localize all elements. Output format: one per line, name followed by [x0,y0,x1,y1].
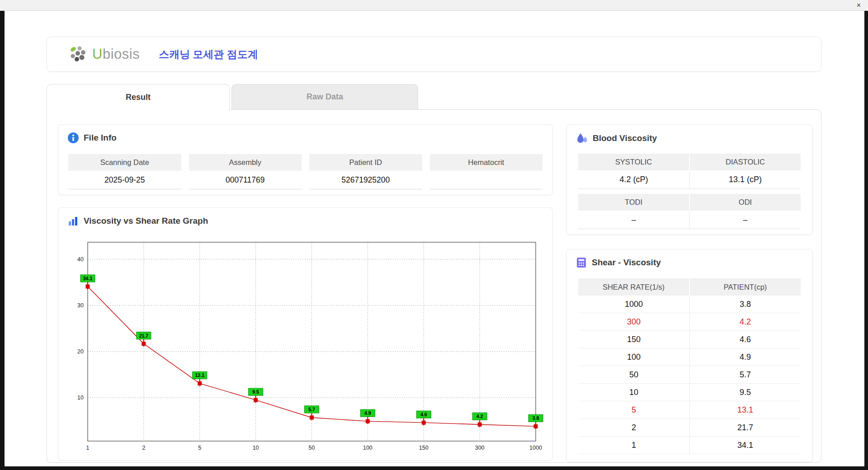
file-info-card: File Info Scanning Date 2025-09-25 Assem… [58,124,553,195]
patient-viscosity-value: 21.7 [689,419,801,436]
content-panel: File Info Scanning Date 2025-09-25 Assem… [47,109,821,463]
shear-rate-value: 2 [578,419,689,436]
data-label: 3.8 [533,415,539,421]
file-info-title-text: File Info [84,133,117,143]
data-label: 9.5 [252,389,259,395]
droplet-icon [576,132,588,145]
file-info-title: File Info [58,125,552,144]
graph-card: Viscosity vs Shear Rate Graph 1020304012… [58,207,553,461]
field-label: Assembly [189,154,302,171]
field-label: Scanning Date [68,154,181,171]
bv-header-row: TODI ODI [578,194,801,211]
data-marker [534,424,538,428]
data-marker [86,285,90,289]
bv-header-diastolic: DIASTOLIC [690,154,801,170]
y-tick-label: 40 [77,256,84,263]
bv-systolic-value: 4.2 (cP) [578,170,689,189]
shear-table-row: 1504.6 [578,331,801,348]
bv-header-row: SYSTOLIC DIASTOLIC [578,154,801,170]
shear-table-row: 221.7 [578,419,801,437]
shear-table-row: 134.1 [578,437,801,454]
bv-odi-value: – [689,211,801,229]
shear-rate-header: SHEAR RATE(1/s) [578,278,689,296]
data-label: 5.7 [308,407,315,412]
x-tick-label: 10 [253,445,259,451]
shear-table-row: 1004.9 [578,348,801,366]
x-tick-label: 5 [198,445,201,451]
tab-raw-data-label: Raw Data [307,92,343,102]
shear-viscosity-title-text: Shear - Viscosity [592,258,661,268]
ubiosis-logo-icon [68,44,89,65]
app-title: 스캐닝 모세관 점도계 [159,47,258,61]
data-label: 4.2 [476,414,483,419]
field-hematocrit: Hematocrit [430,154,543,189]
x-tick-label: 300 [475,445,485,451]
shear-rate-value: 150 [578,331,689,348]
shear-table-row: 10003.8 [578,296,801,313]
shear-viscosity-card: Shear - Viscosity SHEAR RATE(1/s) PATIEN… [566,249,813,462]
data-marker [422,421,426,425]
x-tick-label: 100 [363,445,373,451]
shear-rate-value: 300 [578,313,689,330]
data-label: 21.7 [139,333,149,338]
blood-viscosity-title-text: Blood Viscosity [593,133,657,143]
patient-viscosity-value: 4.2 [689,313,801,330]
field-scanning-date: Scanning Date 2025-09-25 [68,154,181,189]
shear-rate-value: 1 [578,437,689,454]
field-value: 000711769 [189,171,302,189]
shear-rate-value: 5 [578,401,689,418]
file-info-fields: Scanning Date 2025-09-25 Assembly 000711… [68,154,542,189]
close-button[interactable]: × [855,0,863,10]
shear-rate-value: 10 [578,384,689,401]
shear-rate-value: 100 [578,348,689,366]
data-marker [478,423,482,427]
bv-header-todi: TODI [578,194,689,211]
calculator-icon [576,257,587,268]
patient-viscosity-value: 34.1 [689,437,801,454]
data-label: 4.6 [420,412,427,417]
field-patient-id: Patient ID 52671925200 [309,154,422,189]
field-label: Hematocrit [430,154,543,171]
blood-viscosity-table: SYSTOLIC DIASTOLIC 4.2 (cP) 13.1 (cP) TO… [578,154,801,229]
shear-viscosity-title: Shear - Viscosity [566,249,812,268]
logo-text-rest: biosis [103,46,140,62]
shear-table-row: 3004.2 [578,313,801,331]
patient-viscosity-value: 13.1 [689,401,801,418]
tab-raw-data[interactable]: Raw Data [231,84,418,109]
patient-header: PATIENT(cp) [690,278,801,296]
patient-viscosity-value: 9.5 [689,384,801,401]
shear-table-header: SHEAR RATE(1/s) PATIENT(cp) [578,278,801,296]
data-label: 4.9 [364,410,371,416]
tab-result-label: Result [126,93,151,102]
shear-rate-value: 50 [578,366,689,383]
data-label: 34.1 [83,276,93,281]
x-tick-label: 150 [419,445,429,451]
field-label: Patient ID [309,154,422,171]
bv-row-gap [578,189,801,194]
app-header: Ubiosis 스캐닝 모세관 점도계 [47,37,821,72]
ubiosis-logo: Ubiosis [68,44,140,65]
x-tick-label: 1 [86,445,90,451]
patient-viscosity-value: 5.7 [689,366,801,383]
data-marker [198,381,202,385]
bv-header-systolic: SYSTOLIC [578,154,689,170]
logo-text: Ubiosis [92,46,140,62]
shear-viscosity-table: SHEAR RATE(1/s) PATIENT(cp) 10003.83004.… [578,278,801,454]
blood-viscosity-title: Blood Viscosity [566,125,812,145]
app-window: Ubiosis 스캐닝 모세관 점도계 Result Raw Data File… [5,11,864,466]
bv-value-row: 4.2 (cP) 13.1 (cP) [578,170,801,189]
shear-rate-value: 1000 [578,296,689,313]
patient-viscosity-value: 4.6 [689,331,801,348]
info-icon [67,132,79,144]
viscosity-chart: 102030401251050100150300100034.121.713.1… [58,208,553,461]
logo-text-u: U [92,46,103,62]
bv-diastolic-value: 13.1 (cP) [689,170,801,189]
bv-todi-value: – [578,211,689,229]
x-tick-label: 2 [142,445,145,451]
y-tick-label: 30 [77,302,84,309]
tab-result[interactable]: Result [47,84,230,110]
shear-table-row: 109.5 [578,384,801,401]
field-assembly: Assembly 000711769 [189,154,302,189]
data-marker [254,398,258,402]
patient-viscosity-value: 4.9 [689,348,801,366]
